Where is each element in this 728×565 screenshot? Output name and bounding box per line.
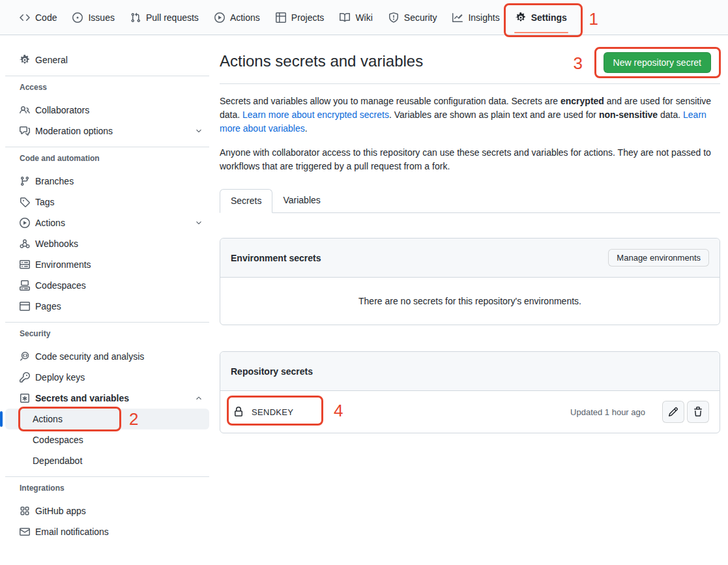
sidebar-item-label: Actions [35,218,65,228]
new-secret-button-wrap: New repository secret 3 [604,52,711,73]
edit-secret-button[interactable] [662,401,684,423]
delete-secret-button[interactable] [687,401,709,423]
active-tab-underline [514,32,568,33]
tab-code[interactable]: Code [14,5,62,30]
sidebar-item-collaborators[interactable]: Collaborators [5,100,209,121]
key-asterisk-icon [20,393,30,403]
tab-security[interactable]: Security [383,5,443,30]
annotation-number-4: 4 [334,402,343,419]
tab-label: Pull requests [146,12,199,23]
play-icon [214,12,225,23]
intro-paragraph-2: Anyone with collaborator access to this … [220,146,720,173]
tab-actions[interactable]: Actions [209,5,265,30]
sidebar-item-label: Code security and analysis [35,351,144,362]
sidebar-divider [5,147,209,147]
book-icon [340,12,350,23]
sidebar-item-label: General [35,55,68,65]
sidebar-item-environments[interactable]: Environments [5,254,209,275]
sidebar-item-code-security[interactable]: Code security and analysis [5,346,209,367]
tab-projects[interactable]: Projects [270,5,330,30]
sidebar-item-label: Codespaces [35,280,86,291]
sidebar-section-header: Security [5,329,209,338]
git-branch-icon [20,176,30,186]
sidebar-item-moderation-options[interactable]: Moderation options [5,121,209,141]
intro-text: . Variables are shown as plain text and … [389,109,599,120]
tab-label: Actions [230,12,260,23]
tab-label: Settings [531,12,567,23]
shield-icon [388,12,399,23]
tab-label: Wiki [355,12,372,23]
settings-content: Actions secrets and variables New reposi… [220,35,728,542]
secret-row-actions: Updated 1 hour ago [570,401,709,423]
annotation-number-3: 3 [574,55,583,72]
trash-icon [693,407,703,417]
gear-icon [20,55,30,65]
sidebar-item-label: Tags [35,197,55,207]
repository-secrets-header: Repository secrets [220,352,720,391]
tab-label: Projects [291,12,325,23]
manage-environments-button[interactable]: Manage environments [608,249,709,267]
webhook-icon [20,239,30,249]
tab-insights[interactable]: Insights [447,5,504,30]
sidebar-item-label: Moderation options [35,126,113,136]
sidebar-divider [5,322,209,323]
issue-opened-icon [72,12,83,23]
card-title: Environment secrets [231,253,321,263]
sidebar-item-deploy-keys[interactable]: Deploy keys [5,367,209,388]
comment-discussion-icon [20,126,30,136]
secret-updated-time: Updated 1 hour ago [570,407,645,417]
sidebar-section-header: Integrations [5,484,209,493]
codespaces-icon [20,280,30,291]
sidebar-subitem-dependabot[interactable]: Dependabot [5,450,209,471]
codescan-icon [20,351,30,362]
tab-pull-requests[interactable]: Pull requests [125,5,204,30]
intro-paragraph: Secrets and variables allow you to manag… [220,94,720,136]
sidebar-section-header: Code and automation [5,154,209,163]
intro-text: Secrets and variables allow you to manag… [220,96,561,106]
sidebar-item-tags[interactable]: Tags [5,192,209,212]
tab-variables[interactable]: Variables [272,189,330,212]
sidebar-item-webhooks[interactable]: Webhooks [5,233,209,254]
link-encrypted-secrets[interactable]: Learn more about encrypted secrets [242,109,389,120]
sidebar-item-branches[interactable]: Branches [5,171,209,192]
sidebar-item-secrets-and-variables[interactable]: Secrets and variables [5,388,209,409]
intro-text: data. [658,109,683,120]
page-header: Actions secrets and variables New reposi… [220,51,720,84]
sidebar-subitem-label: Codespaces [33,435,83,445]
page-body: General Access Collaborators Moderation … [0,35,728,542]
sidebar-item-email-notifications[interactable]: Email notifications [5,521,209,542]
sidebar-item-label: Environments [35,259,91,270]
annotation-number-2: 2 [129,411,138,427]
sidebar-item-pages[interactable]: Pages [5,296,209,317]
sidebar-subitem-actions[interactable]: Actions 2 [5,409,209,429]
git-pull-request-icon [130,12,141,23]
play-icon [20,218,30,228]
secret-row: SENDKEY Updated 1 hour ago 4 [220,391,720,433]
key-icon [20,372,30,383]
sidebar-item-github-apps[interactable]: GitHub apps [5,500,209,521]
sidebar-section-header: Access [5,83,209,92]
sidebar-item-actions[interactable]: Actions [5,212,209,233]
tab-label: Insights [468,12,499,23]
tab-secrets[interactable]: Secrets [220,189,272,213]
code-icon [20,12,30,23]
people-icon [20,105,30,115]
new-repository-secret-button[interactable]: New repository secret [604,52,711,73]
sidebar-item-codespaces[interactable]: Codespaces [5,275,209,296]
page-title: Actions secrets and variables [220,51,423,72]
tab-settings[interactable]: Settings 1 [510,5,572,30]
sidebar-item-label: Pages [35,301,61,311]
intro-bold-non-sensitive: non-sensitive [599,109,658,120]
repository-secrets-card: Repository secrets SENDKEY Updated 1 hou… [220,351,720,433]
tab-issues[interactable]: Issues [67,5,119,30]
tab-wiki[interactable]: Wiki [334,5,377,30]
environment-secrets-card: Environment secrets Manage environments … [220,238,720,325]
sidebar-item-label: Secrets and variables [35,393,129,403]
environment-secrets-header: Environment secrets Manage environments [220,239,720,278]
tab-label: Security [404,12,437,23]
intro-text: . [305,123,308,134]
sidebar-item-general[interactable]: General [5,50,209,70]
sidebar-subitem-codespaces[interactable]: Codespaces [5,429,209,450]
secret-name-group: SENDKEY [231,407,293,417]
tab-label: Code [35,12,57,23]
